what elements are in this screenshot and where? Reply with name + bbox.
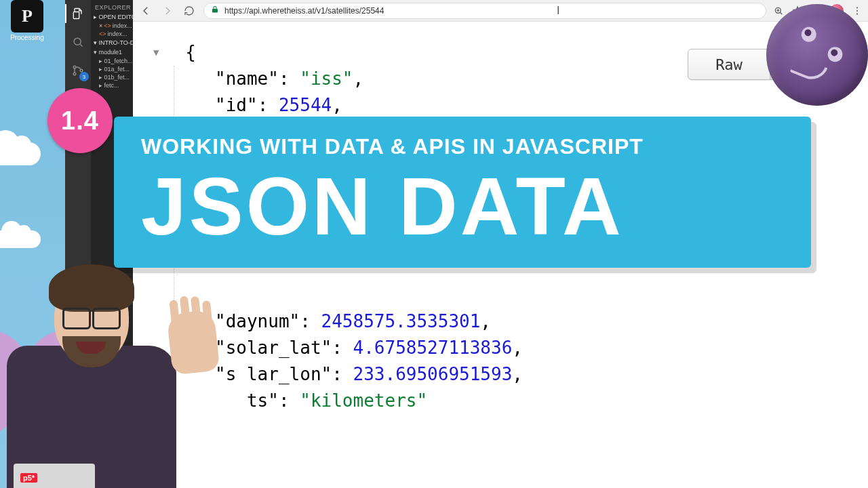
file-label: index... xyxy=(108,30,127,37)
svg-line-13 xyxy=(780,12,782,14)
processing-icon: P xyxy=(11,0,43,33)
url-text: https://api.wheretheiss.at/v1/satellites… xyxy=(224,6,384,16)
laptop-sticker: p5* xyxy=(20,473,37,483)
reload-button[interactable] xyxy=(182,3,197,18)
menu-icon[interactable] xyxy=(852,5,863,16)
json-row: "id": 25544, xyxy=(215,92,848,119)
search-icon[interactable] xyxy=(70,34,86,50)
presenter-figure: p5* xyxy=(0,271,224,488)
json-value: 2458575.3535301 xyxy=(321,311,481,331)
json-key: lar_lon" xyxy=(247,364,332,384)
episode-badge: 1.4 xyxy=(47,88,113,153)
json-key: "id" xyxy=(215,95,258,115)
open-editor-file[interactable]: <>index... xyxy=(91,30,133,38)
project-label: INTRO-TO-D... xyxy=(99,39,133,46)
svg-point-16 xyxy=(856,7,858,8)
forward-button[interactable] xyxy=(160,3,175,18)
svg-point-0 xyxy=(74,38,81,45)
desktop-app-processing[interactable]: P Processing xyxy=(7,0,47,41)
json-value: "iss" xyxy=(300,68,353,89)
source-control-icon[interactable]: 3 xyxy=(70,62,86,79)
json-value: "kilometers" xyxy=(300,390,427,411)
back-button[interactable] xyxy=(138,3,153,18)
json-row: "daynum": 2458575.3535301, xyxy=(215,308,848,335)
cloud-decoration xyxy=(0,142,41,165)
folder-module[interactable]: ▾ module1 xyxy=(91,47,133,57)
url-field[interactable]: https://api.wheretheiss.at/v1/satellites… xyxy=(203,3,766,19)
svg-point-17 xyxy=(856,9,858,11)
svg-point-18 xyxy=(856,13,858,14)
lock-icon xyxy=(211,5,219,16)
folder-label: module1 xyxy=(99,49,123,56)
explorer-icon[interactable] xyxy=(70,5,86,22)
project-section[interactable]: ▾ INTRO-TO-D... xyxy=(91,38,133,47)
file-label: fetc... xyxy=(104,82,119,89)
json-value: 25544 xyxy=(279,95,332,115)
file-item[interactable]: ▸ fetc... xyxy=(91,81,133,89)
address-bar: https://api.wheretheiss.at/v1/satellites… xyxy=(133,0,868,22)
file-label: 01a_fet... xyxy=(104,66,130,73)
channel-logo xyxy=(766,4,868,106)
explorer-title: EXPLORER xyxy=(91,3,133,12)
json-key: olar_lat" xyxy=(236,338,332,358)
svg-line-1 xyxy=(80,44,83,47)
file-label: 01_fetch... xyxy=(104,58,133,64)
json-key: "daynum" xyxy=(215,311,300,331)
file-item[interactable]: ▸ 01_fetch... xyxy=(91,57,133,65)
file-label: 01b_fet... xyxy=(104,74,130,81)
open-editors-label: OPEN EDITORS xyxy=(99,14,133,20)
zoom-icon[interactable] xyxy=(773,5,784,16)
open-editor-file[interactable]: ×<>index... xyxy=(91,22,133,30)
json-key: "name" xyxy=(215,68,279,89)
disclosure-triangle-icon[interactable]: ▼ xyxy=(153,45,164,60)
json-row: "unts": "kilometers" xyxy=(215,388,848,414)
svg-point-2 xyxy=(73,66,76,68)
json-key: ts" xyxy=(247,390,279,411)
series-title: Working with Data & APIs in JavaScript xyxy=(141,134,784,159)
json-row: "s lar_lon": 233.69506951593, xyxy=(215,361,848,388)
json-value: 233.69506951593 xyxy=(353,364,513,384)
json-value: 4.6758527113836 xyxy=(353,338,513,358)
cloud-decoration xyxy=(0,230,41,248)
episode-title: JSON DATA xyxy=(141,163,784,249)
desktop-app-label: Processing xyxy=(7,34,47,41)
text-cursor: I xyxy=(557,5,557,17)
file-item[interactable]: ▸ 01b_fet... xyxy=(91,73,133,81)
title-card: Working with Data & APIs in JavaScript J… xyxy=(114,117,811,268)
scm-badge: 3 xyxy=(79,72,89,81)
open-editors-section[interactable]: ▸ OPEN EDITORS xyxy=(91,12,133,22)
file-item[interactable]: ▸ 01a_fet... xyxy=(91,65,133,73)
glasses-icon xyxy=(62,308,121,325)
file-label: index... xyxy=(113,22,132,29)
svg-point-3 xyxy=(73,73,76,75)
json-row: "solar_lat": 4.6758527113836, xyxy=(215,335,848,361)
raw-button[interactable]: Raw xyxy=(688,49,770,79)
